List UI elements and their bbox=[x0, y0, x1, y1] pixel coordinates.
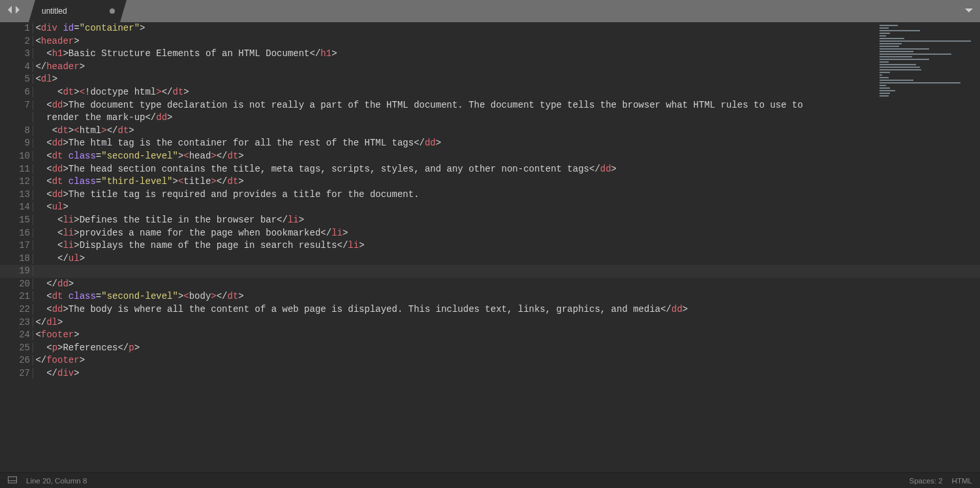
line-content[interactable]: │</header> bbox=[30, 61, 980, 74]
line-content[interactable]: │ <dt><html></dt> bbox=[30, 125, 980, 138]
line-number[interactable]: 23 bbox=[0, 316, 30, 329]
line-number[interactable]: 12 bbox=[0, 175, 30, 189]
code-line[interactable]: 14│ <ul> bbox=[0, 201, 980, 214]
tabs-overflow-dropdown[interactable] bbox=[964, 0, 973, 22]
line-number[interactable]: 22 bbox=[0, 303, 30, 316]
line-number[interactable]: 26 bbox=[0, 354, 30, 367]
code-line[interactable]: 26│</footer> bbox=[0, 354, 980, 367]
code-line[interactable]: 13│ <dd>The title tag is required and pr… bbox=[0, 189, 980, 202]
line-content[interactable]: │ </dd> bbox=[30, 278, 980, 291]
code-line[interactable]: 23│</dl> bbox=[0, 316, 980, 329]
line-content[interactable]: │ bbox=[30, 265, 980, 278]
line-content[interactable]: │<div id="container"> bbox=[30, 22, 980, 35]
status-indent-setting[interactable]: Spaces: 2 bbox=[910, 477, 943, 485]
editor-tab[interactable]: untitled bbox=[29, 0, 127, 22]
line-content[interactable]: │<header> bbox=[30, 35, 980, 48]
line-number[interactable]: 17 bbox=[0, 239, 30, 252]
line-content[interactable]: │ </div> bbox=[30, 367, 980, 380]
line-content[interactable]: │ <dt class="second-level"><head></dt> bbox=[30, 150, 980, 163]
line-number[interactable]: 18 bbox=[0, 252, 30, 266]
line-content[interactable]: │ <dt><!doctype html></dt> bbox=[30, 86, 980, 99]
line-content[interactable]: │ </ul> bbox=[30, 252, 980, 266]
line-number[interactable]: 2 bbox=[0, 35, 30, 48]
line-number[interactable]: 10 bbox=[0, 150, 30, 163]
tab-dirty-indicator-icon bbox=[110, 8, 115, 14]
line-content[interactable]: │ <li>Defines the title in the browser b… bbox=[30, 214, 980, 227]
line-content[interactable]: │<dl> bbox=[30, 73, 980, 86]
line-number[interactable] bbox=[0, 112, 30, 125]
line-number[interactable]: 19 bbox=[0, 265, 30, 278]
line-content[interactable]: │ <p>References</p> bbox=[30, 342, 980, 355]
code-line[interactable]: 17│ <li>Displays the name of the page in… bbox=[0, 239, 980, 252]
line-content[interactable]: │ <ul> bbox=[30, 201, 980, 214]
status-syntax-mode[interactable]: HTML bbox=[952, 477, 972, 485]
line-content[interactable]: │ <dd>The body is where all the content … bbox=[30, 303, 980, 316]
tab-bar: untitled bbox=[0, 0, 980, 22]
line-number[interactable]: 27 bbox=[0, 367, 30, 380]
svg-rect-0 bbox=[8, 477, 17, 483]
code-line[interactable]: 15│ <li>Defines the title in the browser… bbox=[0, 214, 980, 227]
line-number[interactable]: 21 bbox=[0, 290, 30, 303]
code-line[interactable]: 24│<footer> bbox=[0, 329, 980, 342]
code-view[interactable]: 1│<div id="container">2│<header>3│ <h1>B… bbox=[0, 22, 980, 380]
line-number[interactable]: 14 bbox=[0, 201, 30, 214]
code-line[interactable]: 18│ </ul> bbox=[0, 252, 980, 266]
line-number[interactable]: 3 bbox=[0, 48, 30, 61]
code-line[interactable]: 7│ <dd>The document type declaration is … bbox=[0, 99, 980, 112]
code-line[interactable]: 5│<dl> bbox=[0, 73, 980, 86]
line-content[interactable]: │ <dd>The document type declaration is n… bbox=[30, 99, 980, 112]
code-line[interactable]: 27│ </div> bbox=[0, 367, 980, 380]
line-content[interactable]: │</dl> bbox=[30, 316, 980, 329]
line-content[interactable]: │ <li>provides a name for the page when … bbox=[30, 227, 980, 240]
line-number[interactable]: 4 bbox=[0, 61, 30, 74]
line-number[interactable]: 11 bbox=[0, 163, 30, 176]
editor-area[interactable]: 1│<div id="container">2│<header>3│ <h1>B… bbox=[0, 22, 980, 472]
code-line[interactable]: 12│ <dt class="third-level"><title></dt> bbox=[0, 175, 980, 189]
line-content[interactable]: │ render the mark-up</dd> bbox=[30, 112, 980, 125]
line-content[interactable]: │ <dt class="second-level"><body></dt> bbox=[30, 290, 980, 303]
code-line[interactable]: 3│ <h1>Basic Structure Elements of an HT… bbox=[0, 48, 980, 61]
line-content[interactable]: │ <li>Displays the name of the page in s… bbox=[30, 239, 980, 252]
line-content[interactable]: │ <h1>Basic Structure Elements of an HTM… bbox=[30, 48, 980, 61]
line-content[interactable]: │ <dt class="third-level"><title></dt> bbox=[30, 175, 980, 189]
code-line[interactable]: 1│<div id="container"> bbox=[0, 22, 980, 35]
code-line[interactable]: 2│<header> bbox=[0, 35, 980, 48]
line-number[interactable]: 8 bbox=[0, 125, 30, 138]
tab-back-icon[interactable] bbox=[7, 6, 13, 16]
line-number[interactable]: 13 bbox=[0, 189, 30, 202]
line-number[interactable]: 24 bbox=[0, 329, 30, 342]
status-bar: Line 20, Column 8 Spaces: 2 HTML bbox=[0, 472, 980, 488]
panel-switcher-icon[interactable] bbox=[8, 476, 17, 485]
line-content[interactable]: │ <dd>The html tag is the container for … bbox=[30, 137, 980, 150]
code-line[interactable]: 9│ <dd>The html tag is the container for… bbox=[0, 137, 980, 150]
code-line[interactable]: 25│ <p>References</p> bbox=[0, 342, 980, 355]
line-number[interactable]: 5 bbox=[0, 73, 30, 86]
tab-history-nav bbox=[0, 0, 25, 22]
line-content[interactable]: │ <dd>The head section contains the titl… bbox=[30, 163, 980, 176]
status-cursor-position[interactable]: Line 20, Column 8 bbox=[26, 477, 87, 485]
line-number[interactable]: 9 bbox=[0, 137, 30, 150]
line-content[interactable]: │ <dd>The title tag is required and prov… bbox=[30, 189, 980, 202]
code-line[interactable]: 22│ <dd>The body is where all the conten… bbox=[0, 303, 980, 316]
tab-forward-icon[interactable] bbox=[14, 6, 21, 16]
line-number[interactable]: 16 bbox=[0, 227, 30, 240]
line-number[interactable]: 25 bbox=[0, 342, 30, 355]
line-number[interactable]: 6 bbox=[0, 86, 30, 99]
code-line[interactable]: 8│ <dt><html></dt> bbox=[0, 125, 980, 138]
code-line[interactable]: 21│ <dt class="second-level"><body></dt> bbox=[0, 290, 980, 303]
code-line[interactable]: 10│ <dt class="second-level"><head></dt> bbox=[0, 150, 980, 163]
code-line[interactable]: 4│</header> bbox=[0, 61, 980, 74]
line-number[interactable]: 15 bbox=[0, 214, 30, 227]
line-content[interactable]: │<footer> bbox=[30, 329, 980, 342]
line-number[interactable]: 1 bbox=[0, 22, 30, 35]
line-number[interactable]: 7 bbox=[0, 99, 30, 112]
line-content[interactable]: │</footer> bbox=[30, 354, 980, 367]
code-line[interactable]: 20│ </dd> bbox=[0, 278, 980, 291]
code-line[interactable]: │ render the mark-up</dd> bbox=[0, 112, 980, 125]
code-line[interactable]: 16│ <li>provides a name for the page whe… bbox=[0, 227, 980, 240]
code-line[interactable]: 19│ bbox=[0, 265, 980, 278]
chevron-down-icon bbox=[964, 7, 973, 16]
code-line[interactable]: 11│ <dd>The head section contains the ti… bbox=[0, 163, 980, 176]
code-line[interactable]: 6│ <dt><!doctype html></dt> bbox=[0, 86, 980, 99]
line-number[interactable]: 20 bbox=[0, 278, 30, 291]
